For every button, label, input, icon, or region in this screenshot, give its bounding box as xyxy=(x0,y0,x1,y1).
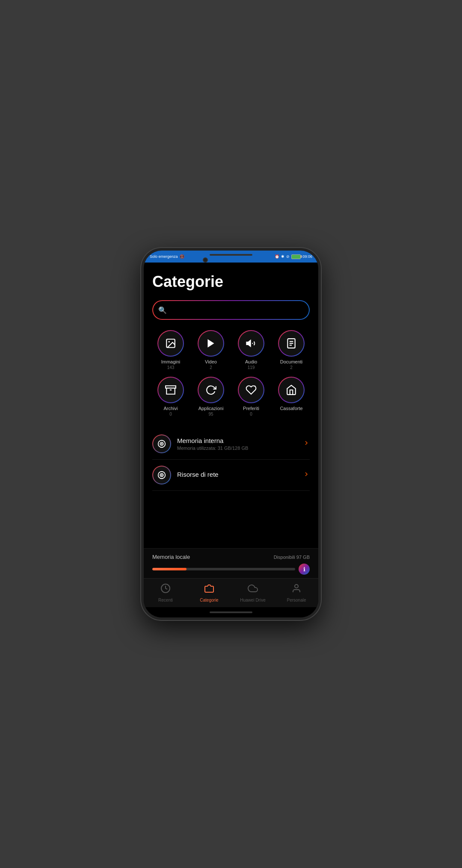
category-name-applicazioni: Applicazioni xyxy=(198,406,224,411)
nav-label-recenti: Recenti xyxy=(158,598,173,602)
nav-item-categorie[interactable]: Categorie xyxy=(187,583,231,602)
page-title: Categorie xyxy=(152,273,310,291)
bottom-storage-bar: Memoria locale Disponibili 97 GB ℹ xyxy=(144,548,318,578)
nav-item-huawei-drive[interactable]: Huawei Drive xyxy=(231,583,275,602)
category-icon-archivi xyxy=(157,377,184,403)
home-bar xyxy=(210,611,252,613)
category-count-audio: 119 xyxy=(248,365,255,370)
search-container: 🔍 xyxy=(152,300,310,320)
nav-label-categorie: Categorie xyxy=(200,598,218,602)
svg-point-15 xyxy=(295,585,298,588)
app-content: Categorie 🔍 Immagini143Video2Audio119Doc… xyxy=(144,263,318,617)
category-icon-audio xyxy=(238,330,264,357)
category-name-video: Video xyxy=(205,359,217,364)
category-count-preferiti: 0 xyxy=(250,412,252,416)
storage-title-risorse-di-rete: Risorse di rete xyxy=(177,471,299,478)
storage-item-risorse-di-rete[interactable]: Risorse di rete xyxy=(152,460,310,491)
search-input[interactable] xyxy=(152,300,310,320)
category-item-immagini[interactable]: Immagini143 xyxy=(152,330,189,370)
category-item-audio[interactable]: Audio119 xyxy=(233,330,270,370)
category-icon-video xyxy=(198,330,224,357)
storage-text-risorse-di-rete: Risorse di rete xyxy=(177,471,299,479)
category-icon-applicazioni xyxy=(198,377,224,403)
battery-fill xyxy=(292,255,299,258)
category-name-archivi: Archivi xyxy=(163,406,178,411)
category-item-cassaforte[interactable]: Cassaforte xyxy=(273,377,310,416)
status-left: Solo emergenza 📵 xyxy=(150,254,184,259)
category-item-documenti[interactable]: Documenti2 xyxy=(273,330,310,370)
storage-title-memoria-interna: Memoria interna xyxy=(177,437,299,444)
storage-subtitle-memoria-interna: Memoria utilizzata: 31 GB/128 GB xyxy=(177,446,299,451)
category-icon-immagini xyxy=(157,330,184,357)
category-name-preferiti: Preferiti xyxy=(243,406,259,411)
category-count-applicazioni: 95 xyxy=(208,412,213,416)
storage-item-memoria-interna[interactable]: Memoria internaMemoria utilizzata: 31 GB… xyxy=(152,428,310,460)
svg-marker-2 xyxy=(207,339,214,348)
category-name-documenti: Documenti xyxy=(280,359,303,364)
phone-frame: Solo emergenza 📵 ⏰ ✱ ⊘ 09:06 Categorie 🔍 xyxy=(141,248,321,620)
category-icon-cassaforte xyxy=(278,377,305,403)
nav-icon-huawei-drive xyxy=(248,583,258,596)
volume-down-button[interactable] xyxy=(141,328,142,340)
storage-text-memoria-interna: Memoria internaMemoria utilizzata: 31 GB… xyxy=(177,437,299,451)
category-item-preferiti[interactable]: Preferiti0 xyxy=(233,377,270,416)
category-count-video: 2 xyxy=(210,365,212,370)
bluetooth-icon: ✱ xyxy=(281,254,284,259)
storage-icon-memoria-interna xyxy=(152,434,171,453)
nav-icon-personale xyxy=(291,583,302,596)
nav-label-huawei-drive: Huawei Drive xyxy=(240,598,265,602)
chevron-icon-risorse-di-rete xyxy=(303,471,310,480)
svg-point-1 xyxy=(169,341,170,342)
emergency-text: Solo emergenza xyxy=(150,254,178,259)
storage-progress-fill xyxy=(152,568,187,570)
category-count-immagini: 143 xyxy=(167,365,175,370)
storage-list: Memoria internaMemoria utilizzata: 31 GB… xyxy=(152,428,310,491)
volume-up-button[interactable] xyxy=(141,310,142,323)
info-button[interactable]: ℹ xyxy=(299,564,310,575)
category-name-cassaforte: Cassaforte xyxy=(280,406,302,411)
svg-point-13 xyxy=(161,475,162,475)
category-item-archivi[interactable]: Archivi0 xyxy=(152,377,189,416)
category-icon-documenti xyxy=(278,330,305,357)
signal-icon: 📵 xyxy=(180,254,184,259)
camera-dot xyxy=(203,257,208,263)
chevron-icon-memoria-interna xyxy=(303,440,310,449)
svg-point-10 xyxy=(161,443,162,444)
nav-icon-categorie xyxy=(204,583,214,596)
category-icon-preferiti xyxy=(238,377,264,403)
category-grid: Immagini143Video2Audio119Documenti2Archi… xyxy=(152,330,310,416)
no-signal-icon: ⊘ xyxy=(286,254,290,259)
storage-progress-wrap: ℹ xyxy=(152,564,310,575)
category-name-audio: Audio xyxy=(245,359,257,364)
nav-item-personale[interactable]: Personale xyxy=(275,583,318,602)
category-count-documenti: 2 xyxy=(290,365,293,370)
nav-item-recenti[interactable]: Recenti xyxy=(144,583,187,602)
search-icon: 🔍 xyxy=(158,306,167,314)
storage-icon-risorse-di-rete xyxy=(152,466,171,484)
home-indicator xyxy=(144,607,318,617)
storage-available: Disponibili 97 GB xyxy=(274,555,310,560)
time-display: 09:06 xyxy=(302,254,312,259)
power-button[interactable] xyxy=(320,315,321,336)
category-count-archivi: 0 xyxy=(169,412,172,416)
storage-header: Memoria locale Disponibili 97 GB xyxy=(152,554,310,560)
battery-icon xyxy=(291,254,301,259)
storage-label: Memoria locale xyxy=(152,554,190,560)
status-bar: Solo emergenza 📵 ⏰ ✱ ⊘ 09:06 xyxy=(144,251,318,263)
storage-progress xyxy=(152,568,295,570)
bottom-nav: RecentiCategorieHuawei DrivePersonale xyxy=(144,578,318,607)
alarm-icon: ⏰ xyxy=(275,254,279,259)
category-item-applicazioni[interactable]: Applicazioni95 xyxy=(192,377,229,416)
status-right: ⏰ ✱ ⊘ 09:06 xyxy=(275,254,312,259)
nav-icon-recenti xyxy=(160,583,171,596)
nav-label-personale: Personale xyxy=(287,598,306,602)
main-scroll: Categorie 🔍 Immagini143Video2Audio119Doc… xyxy=(144,263,318,548)
category-name-immagini: Immagini xyxy=(161,359,181,364)
category-item-video[interactable]: Video2 xyxy=(192,330,229,370)
